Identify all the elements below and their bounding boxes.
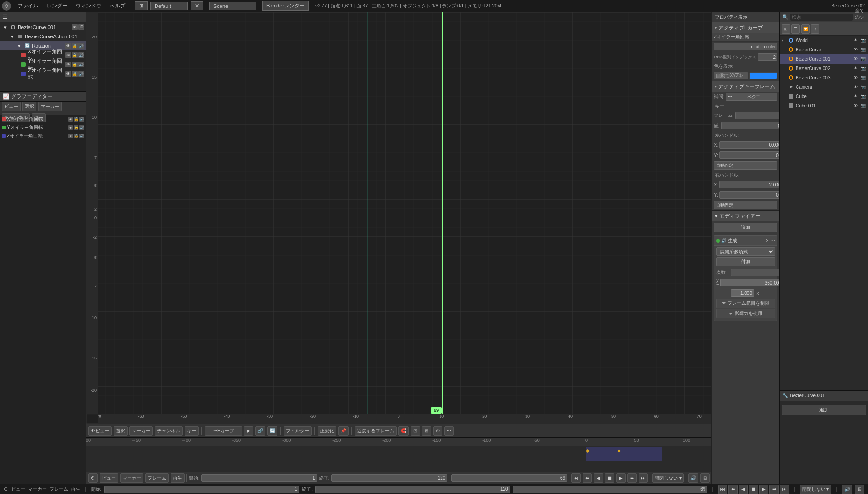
status-start[interactable] xyxy=(104,486,299,493)
status-current[interactable] xyxy=(513,486,708,493)
mod-add-btn[interactable]: 追加 xyxy=(714,223,777,232)
x-coeff-input[interactable] xyxy=(731,289,754,297)
rna-path-input[interactable] xyxy=(714,43,777,50)
x-ch-vis[interactable]: 👁 xyxy=(68,117,73,122)
graph-marker-btn[interactable]: マーカー xyxy=(129,426,153,436)
x-ch-mute[interactable]: 🔊 xyxy=(79,117,84,122)
z-ch-vis[interactable]: 👁 xyxy=(68,134,73,138)
status-extra[interactable]: ⊞ xyxy=(855,485,864,494)
frame-sel-btn[interactable]: ⊡ xyxy=(411,426,420,436)
scene-world[interactable]: ▾ World 👁 📷 xyxy=(780,36,868,45)
zr-vis[interactable]: 👁 xyxy=(65,71,71,77)
play-btn[interactable]: ▶ xyxy=(244,426,253,436)
lh-x-input[interactable] xyxy=(719,141,779,149)
scene-beziercurve-001[interactable]: BezierCurve.001 👁📷 xyxy=(780,54,868,64)
mod-type-select[interactable]: 展開済多項式 xyxy=(716,247,775,256)
status-step-fwd[interactable]: ➡ xyxy=(769,485,779,494)
rh-y-input[interactable] xyxy=(719,191,779,199)
timeline-canvas[interactable]: -500 -450 -400 -350 -300 -250 -200 -150 … xyxy=(86,438,711,472)
mod-icons[interactable]: ⋯ xyxy=(770,238,775,243)
sp-grid-btn[interactable]: ⊞ xyxy=(782,24,790,34)
status-frame[interactable]: フレーム xyxy=(50,486,68,493)
mod-mute-icon[interactable]: 🔊 xyxy=(721,238,726,243)
xr-lock[interactable]: 🔒 xyxy=(72,52,78,58)
world-vis[interactable]: 👁 xyxy=(852,37,859,43)
status-play-rev[interactable]: ◀ xyxy=(739,485,748,494)
start-frame-input[interactable] xyxy=(201,474,317,482)
rot-lock[interactable]: 🔒 xyxy=(72,43,78,49)
proportional-btn[interactable]: ⊙ xyxy=(433,426,442,436)
lh-y-input[interactable] xyxy=(719,151,779,159)
status-end[interactable] xyxy=(315,486,510,493)
status-jump-start[interactable]: ⏮ xyxy=(718,485,727,494)
extra-btn[interactable]: ⋯ xyxy=(444,426,454,436)
menu-window[interactable]: ウィンドウ xyxy=(72,1,105,10)
z-ch-lock[interactable]: 🔒 xyxy=(74,134,78,138)
tl-jump-start[interactable]: ⏮ xyxy=(571,473,581,483)
fcurve-section-header[interactable]: ▾ アクティブFカーブ xyxy=(712,22,779,33)
lh-type-select[interactable]: 自動固定 xyxy=(714,161,777,170)
y-ch-vis[interactable]: 👁 xyxy=(68,125,73,130)
status-view[interactable]: ビュー xyxy=(11,486,25,493)
tl-play[interactable]: ▶ xyxy=(616,473,626,483)
mod-close-btn[interactable]: ✕ xyxy=(765,238,769,243)
status-audio[interactable]: 🔊 xyxy=(842,485,852,494)
outliner-item-beziercurve[interactable]: ▾ BezierCurve.001 👁 🎬 xyxy=(0,22,86,32)
rot-vis[interactable]: 👁 xyxy=(65,43,71,49)
y-ch-lock[interactable]: 🔒 xyxy=(74,125,78,130)
tl-frame-btn[interactable]: フレーム xyxy=(145,473,169,483)
mod-add-poly-btn[interactable]: 付加 xyxy=(716,257,775,266)
status-loop[interactable]: 開閉しない ▾ xyxy=(800,485,832,494)
tl-audio-btn[interactable]: 🔊 xyxy=(688,473,698,483)
tl-jump-end[interactable]: ⏭ xyxy=(639,473,648,483)
interp-select[interactable]: 〜 ベジエ xyxy=(726,93,777,101)
end-frame-input[interactable] xyxy=(331,474,447,482)
yr-mute[interactable]: 🔊 xyxy=(78,62,84,67)
frame-all-btn[interactable]: ⊞ xyxy=(422,426,431,436)
bc001-render[interactable]: 📷 xyxy=(860,56,866,62)
bc003-render[interactable]: 📷 xyxy=(860,74,866,81)
bc001-vis[interactable]: 👁 xyxy=(852,56,859,62)
menu-help[interactable]: ヘルプ xyxy=(106,1,129,10)
cam-render[interactable]: 📷 xyxy=(860,84,866,90)
cube001-vis[interactable]: 👁 xyxy=(852,102,859,109)
outliner-item-action[interactable]: ▾ BezierCurveAction.001 xyxy=(0,32,86,41)
tl-stop[interactable]: ⏹ xyxy=(605,473,614,483)
status-play[interactable]: ▶ xyxy=(759,485,768,494)
scene-beziercurve-003[interactable]: BezierCurve.003 👁📷 xyxy=(780,73,868,82)
cube-render[interactable]: 📷 xyxy=(860,93,866,100)
scene-selector[interactable]: Scene xyxy=(209,2,256,10)
x-ch-lock[interactable]: 🔒 xyxy=(74,117,78,122)
sp-sort-btn[interactable]: ↕ xyxy=(811,24,819,34)
channel-z[interactable]: Zオイラー角回転 👁 🔒 🔊 xyxy=(0,132,86,140)
sp-view-btn[interactable]: ☰ xyxy=(791,24,800,34)
fcurve-btn[interactable]: 〜 Fカーブ xyxy=(205,426,242,436)
order-input[interactable] xyxy=(731,269,779,276)
value-input[interactable] xyxy=(721,122,779,129)
tl-icon-btn[interactable]: ⏱ xyxy=(88,473,98,483)
zr-mute[interactable]: 🔊 xyxy=(78,71,84,77)
bc-render[interactable]: 📷 xyxy=(860,46,866,53)
graph-key-btn[interactable]: キー xyxy=(185,426,199,436)
scene-cube[interactable]: Cube 👁📷 xyxy=(780,92,868,101)
color-swatch[interactable] xyxy=(749,72,777,79)
scene-cube-001[interactable]: Cube.001 👁📷 xyxy=(780,101,868,110)
tl-marker-btn[interactable]: マーカー xyxy=(120,473,143,483)
z-ch-mute[interactable]: 🔊 xyxy=(79,134,84,138)
bc003-vis[interactable]: 👁 xyxy=(852,74,859,81)
sync-btn[interactable]: 🔄 xyxy=(267,426,277,436)
y-ch-mute[interactable]: 🔊 xyxy=(79,125,84,130)
bc-vis[interactable]: 👁 xyxy=(852,46,859,53)
current-frame-input[interactable] xyxy=(451,474,567,482)
restrict-view[interactable]: 👁 xyxy=(72,24,78,30)
frame-range-btn[interactable]: フレーム範囲を制限 xyxy=(716,299,775,308)
status-jump-end[interactable]: ⏭ xyxy=(780,485,789,494)
scene-beziercurve-002[interactable]: BezierCurve.002 👁📷 xyxy=(780,64,868,73)
tl-view-btn[interactable]: ビュー xyxy=(100,473,118,483)
sp-filter-btn[interactable]: 🔽 xyxy=(801,24,810,34)
influence-btn[interactable]: 影響力を使用 xyxy=(716,309,775,318)
status-playback[interactable]: 再生 xyxy=(71,486,80,493)
snap-icon-btn[interactable]: 🧲 xyxy=(398,426,409,436)
world-render[interactable]: 📷 xyxy=(860,37,866,43)
keyframe-section-header[interactable]: ▾ アクティブキーフレーム xyxy=(712,81,779,92)
